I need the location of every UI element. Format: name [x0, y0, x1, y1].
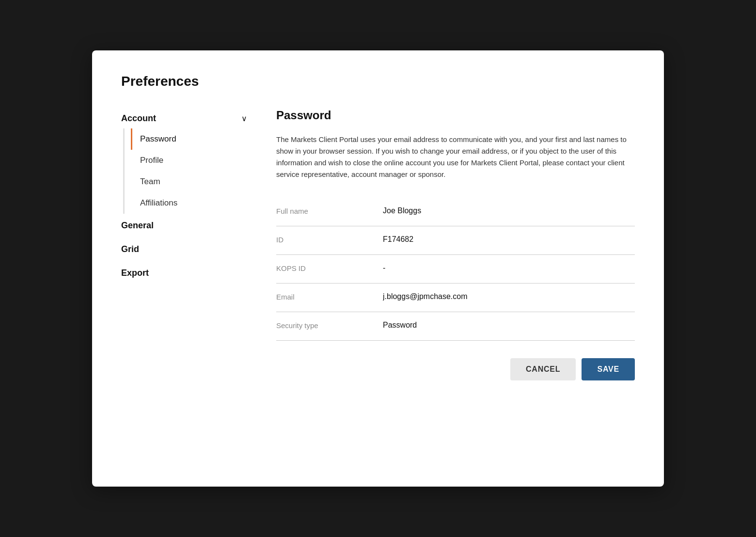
chevron-down-icon: ∨	[241, 114, 247, 123]
field-input-email[interactable]	[383, 292, 635, 303]
sidebar-item-export[interactable]: Export	[121, 261, 247, 285]
field-label-kopsid: KOPS ID	[276, 264, 383, 274]
preferences-window: Preferences Account ∨ Password Profile T…	[92, 50, 664, 487]
field-input-id[interactable]	[383, 235, 635, 246]
save-button[interactable]: SAVE	[582, 358, 635, 380]
sidebar-item-general[interactable]: General	[121, 214, 247, 237]
description-text: The Markets Client Portal uses your emai…	[276, 134, 635, 180]
cancel-button[interactable]: CANCEL	[510, 358, 576, 380]
main-layout: Account ∨ Password Profile Team Affiliat…	[121, 109, 635, 380]
content-area: Password The Markets Client Portal uses …	[276, 109, 635, 380]
form-fields: Full name ID KOPS ID Email Security type	[276, 198, 635, 341]
sidebar-item-profile[interactable]: Profile	[132, 150, 247, 171]
field-label-security: Security type	[276, 321, 383, 332]
field-label-fullname: Full name	[276, 207, 383, 217]
account-section-header[interactable]: Account ∨	[121, 109, 247, 128]
field-row-id: ID	[276, 226, 635, 255]
sidebar-item-affiliations[interactable]: Affiliations	[132, 192, 247, 214]
section-title: Password	[276, 109, 635, 122]
field-input-fullname[interactable]	[383, 206, 635, 217]
sidebar: Account ∨ Password Profile Team Affiliat…	[121, 109, 247, 380]
field-row-fullname: Full name	[276, 198, 635, 226]
field-row-security: Security type	[276, 312, 635, 341]
form-actions: CANCEL SAVE	[276, 358, 635, 380]
account-sub-items: Password Profile Team Affiliations	[123, 128, 247, 214]
field-input-security[interactable]	[383, 321, 635, 332]
field-row-email: Email	[276, 284, 635, 312]
account-label: Account	[121, 113, 156, 124]
field-row-kopsid: KOPS ID	[276, 255, 635, 284]
sidebar-item-grid[interactable]: Grid	[121, 237, 247, 261]
field-label-id: ID	[276, 236, 383, 246]
field-input-kopsid[interactable]	[383, 264, 635, 274]
field-label-email: Email	[276, 293, 383, 303]
page-title: Preferences	[121, 74, 635, 89]
sidebar-item-team[interactable]: Team	[132, 171, 247, 192]
sidebar-item-password[interactable]: Password	[131, 128, 247, 150]
